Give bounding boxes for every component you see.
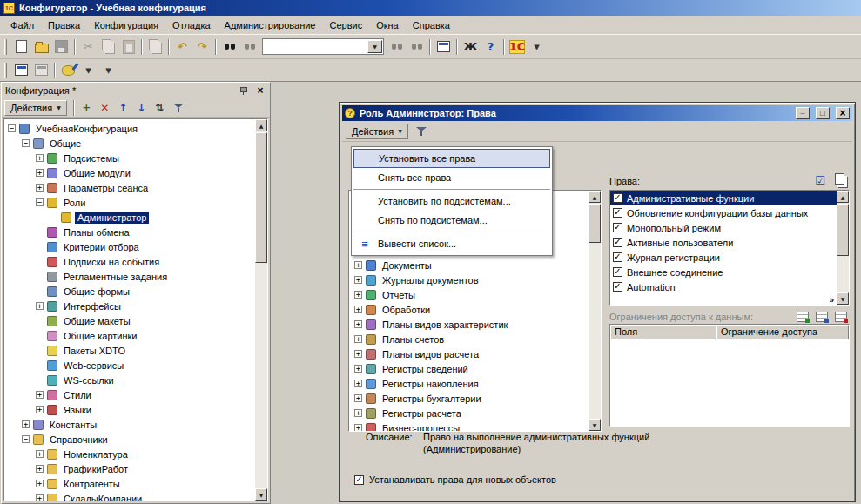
object-tree-item[interactable]: Журналы документов — [349, 272, 601, 287]
scrollbar-thumb[interactable] — [589, 204, 601, 243]
actions-menu-button[interactable]: Действия ▼ — [4, 100, 67, 116]
object-tree-item[interactable]: Планы счетов — [349, 332, 601, 346]
rights-scrollbar[interactable]: ▲ ▼ — [837, 191, 849, 305]
configuration-store-icon[interactable] — [31, 61, 51, 80]
tree-item[interactable]: Подсистемы — [5, 151, 267, 165]
find-icon[interactable] — [219, 37, 239, 57]
tree-item[interactable]: Интерфейсы — [5, 299, 267, 313]
object-tree-item[interactable]: Регистры расчета — [349, 406, 601, 420]
expander-icon[interactable] — [22, 139, 30, 147]
tree-item[interactable]: Планы обмена — [5, 225, 267, 239]
close-button[interactable] — [836, 107, 850, 119]
scrollbar-thumb[interactable] — [255, 132, 267, 263]
delete-icon[interactable]: ✕ — [96, 99, 114, 116]
expander-icon[interactable] — [354, 409, 362, 417]
update-db-config-icon[interactable] — [58, 61, 78, 80]
expander-icon[interactable] — [36, 480, 44, 487]
tree-item[interactable]: Контрагенты — [5, 476, 267, 491]
tree-item[interactable]: Номенклатура — [5, 447, 267, 461]
cascade-icon[interactable] — [832, 174, 850, 188]
expander-icon[interactable] — [36, 465, 44, 473]
filter-by-subsystems-icon[interactable] — [412, 123, 431, 140]
copy-icon[interactable] — [98, 37, 118, 57]
expander-icon[interactable] — [354, 261, 362, 269]
find-prev-icon[interactable] — [407, 37, 427, 57]
expander-icon[interactable] — [36, 391, 44, 399]
add-icon[interactable]: + — [77, 99, 96, 116]
tree-item[interactable]: Общие картинки — [5, 328, 267, 343]
toolbar-button[interactable] — [168, 39, 170, 55]
dialog-title-bar[interactable]: Роль Администратор: Права — [342, 105, 852, 121]
expander-icon[interactable] — [354, 394, 362, 402]
undo-icon[interactable]: ↶ — [172, 37, 192, 57]
expander-icon[interactable] — [354, 291, 362, 299]
toolbar-grip[interactable] — [4, 63, 7, 78]
checkbox-icon[interactable] — [613, 193, 622, 203]
expander-icon[interactable] — [50, 213, 57, 221]
redo-icon[interactable]: ↷ — [192, 37, 212, 57]
expander-icon[interactable] — [354, 276, 362, 284]
scroll-up-icon[interactable]: ▲ — [837, 191, 849, 203]
expander-icon[interactable] — [354, 380, 362, 387]
menu-item[interactable]: Вывести список... — [353, 234, 550, 253]
tree-item[interactable]: Общие формы — [5, 284, 267, 299]
expander-icon[interactable] — [36, 450, 44, 458]
find-next-icon[interactable] — [387, 37, 407, 57]
find-dialog-icon[interactable] — [239, 37, 259, 57]
expander-icon[interactable] — [36, 287, 44, 295]
windows-icon[interactable] — [434, 37, 454, 57]
expander-icon[interactable] — [22, 420, 30, 428]
object-tree-item[interactable]: Регистры сведений — [349, 361, 601, 376]
tree-item[interactable]: Параметры сеанса — [5, 180, 267, 195]
expander-icon[interactable] — [36, 184, 44, 192]
toolbar-button[interactable] — [141, 39, 143, 55]
checkbox-icon[interactable] — [354, 475, 364, 485]
delete-restriction-icon[interactable] — [832, 309, 850, 325]
checkbox-icon[interactable] — [613, 238, 622, 247]
expander-icon[interactable] — [36, 376, 44, 384]
expander-icon[interactable] — [22, 435, 30, 443]
tree-item[interactable]: УчебнаяКонфигурация — [5, 121, 267, 136]
menu-item[interactable]: Снять по подсистемам... — [353, 211, 550, 230]
tree-item[interactable]: Общие макеты — [5, 313, 267, 328]
tree-item[interactable]: Пакеты XDTO — [5, 343, 267, 358]
tree-scrollbar[interactable]: ▲ ▼ — [255, 119, 267, 501]
right-item[interactable]: Административные функции — [610, 191, 849, 205]
expander-icon[interactable] — [36, 243, 44, 251]
edit-restriction-icon[interactable] — [813, 309, 831, 325]
tree-item[interactable]: Стили — [5, 387, 267, 402]
scroll-down-icon[interactable]: ▼ — [837, 292, 849, 305]
expander-icon[interactable] — [36, 154, 44, 162]
checkbox-icon[interactable] — [613, 252, 622, 262]
maximize-button[interactable] — [816, 107, 830, 119]
expander-icon[interactable] — [36, 302, 44, 310]
tree-item[interactable]: Роли — [5, 195, 267, 210]
search-combobox[interactable] — [262, 38, 384, 55]
tree-item[interactable]: СкладыКомпании — [5, 491, 267, 501]
expander-icon[interactable] — [36, 406, 44, 413]
menu-item[interactable]: Администрирование — [218, 17, 323, 33]
expander-icon[interactable] — [354, 350, 362, 358]
toolbar-button[interactable] — [215, 39, 217, 55]
filter-icon[interactable] — [169, 99, 187, 116]
right-item[interactable]: Журнал регистрации — [610, 250, 849, 265]
tree-item[interactable]: Справочники — [5, 432, 267, 447]
object-tree-item[interactable]: Регистры бухгалтерии — [349, 391, 601, 406]
expander-icon[interactable] — [36, 228, 44, 236]
tree-item[interactable]: Общие модули — [5, 165, 267, 180]
tree-item[interactable]: Языки — [5, 402, 267, 417]
expander-icon[interactable] — [36, 494, 44, 501]
pin-icon[interactable] — [237, 85, 249, 97]
menu-item[interactable]: Снять все права — [353, 168, 550, 187]
menu-item[interactable]: Файл — [3, 17, 41, 33]
tree-item[interactable]: Общие — [5, 136, 267, 151]
object-tree-item[interactable]: Регистры накопления — [349, 376, 601, 391]
about-icon[interactable]: 1С — [509, 40, 525, 54]
toolbar-button[interactable] — [456, 39, 458, 55]
expander-icon[interactable] — [354, 320, 362, 328]
scroll-down-icon[interactable]: ▼ — [589, 419, 601, 431]
menu-item[interactable]: Окна — [369, 17, 406, 33]
objects-scrollbar[interactable]: ▲ ▼ — [589, 191, 601, 431]
object-tree-item[interactable]: Планы видов расчета — [349, 346, 601, 361]
toolbar-button[interactable] — [429, 39, 431, 55]
